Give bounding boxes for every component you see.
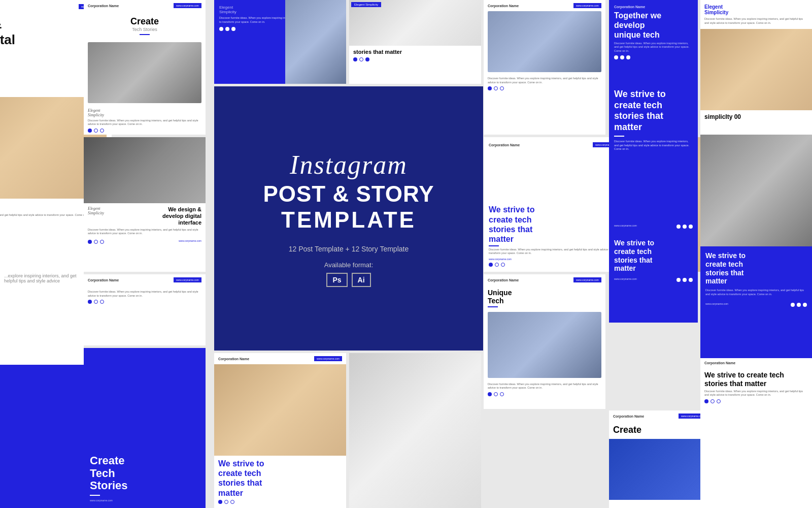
link-l4: www.corpname.com bbox=[90, 499, 199, 502]
desc-rtb: Discover furmite ideas. When you explore… bbox=[614, 42, 693, 53]
social-rb2 bbox=[676, 278, 693, 282]
far-right-top-label: ElegentSimplicity bbox=[704, 4, 808, 15]
corp-name-b1: Corporation Name bbox=[218, 357, 249, 361]
s-rb1-1 bbox=[676, 225, 681, 229]
frt-title: simplicIty 00 bbox=[704, 113, 808, 120]
social-rtb bbox=[614, 55, 693, 59]
card-b1-title: We strive tocreate techstories thatmatte… bbox=[218, 459, 342, 498]
format-ai-badge: Ai bbox=[352, 273, 371, 287]
desc-l2: Discover furmite ideas. When you explore… bbox=[88, 228, 201, 236]
card-fr2-image bbox=[700, 135, 812, 246]
card-r2-image bbox=[488, 312, 601, 378]
card-partial-bottom-left: ...explore inspiring interiors, and get … bbox=[0, 269, 84, 508]
s-fr4-3 bbox=[717, 399, 721, 403]
divider-rm1 bbox=[489, 245, 499, 246]
card-top2-title: stories that matter bbox=[353, 49, 477, 55]
card-left-col-4: CreateTechStories www.corpname.com bbox=[84, 348, 206, 508]
social-l3 bbox=[88, 300, 201, 304]
desc-fr4: Discover furmite ideas. When you explore… bbox=[704, 390, 808, 397]
card-far-right-2: We strive tocreate techstories thatmatte… bbox=[700, 135, 812, 358]
desc-fr2: Discover furmite ideas. When you explore… bbox=[705, 289, 807, 296]
card-fr2-title: We strive tocreate techstories thatmatte… bbox=[705, 251, 807, 285]
website-r2: www.corpname.com bbox=[573, 277, 601, 282]
s-b1-2 bbox=[224, 500, 228, 504]
corp-name-rm1: Corporation Name bbox=[489, 143, 520, 147]
s-top2-1 bbox=[353, 57, 357, 61]
s-b1-3 bbox=[230, 500, 234, 504]
corp-name-fr3: Corporation Name bbox=[613, 415, 644, 418]
s-rb1-3 bbox=[689, 225, 693, 229]
card-far-right-4: Corporation Name We strive to create tec… bbox=[700, 358, 812, 508]
card-right-blue-2: We strive tocreate techstories thatmatte… bbox=[609, 234, 698, 323]
divider-l1 bbox=[140, 34, 150, 35]
social-top2 bbox=[353, 57, 477, 61]
desc-rm1: Discover furmite ideas. When you explore… bbox=[489, 248, 621, 256]
center-panel: Instagram POST & STORY TEMPLATE 12 Post … bbox=[214, 86, 483, 351]
social-rt1 bbox=[488, 86, 601, 90]
card-left-col-3: Corporation Name www.corpname.com Discov… bbox=[84, 274, 206, 345]
s-rb2-2 bbox=[683, 278, 687, 282]
social-rm1 bbox=[489, 263, 621, 267]
card-bottom-2 bbox=[349, 353, 481, 508]
card-right-blue-1: We strive tocreate techstories thatmatte… bbox=[609, 84, 698, 234]
format-label: Available format: bbox=[324, 261, 374, 269]
divider-rb1 bbox=[614, 136, 624, 137]
corp-name-fr4: Corporation Name bbox=[704, 361, 735, 365]
s-fr2-2 bbox=[797, 303, 801, 307]
card-far-right-top: ElegentSimplicity Discover furmite ideas… bbox=[700, 0, 812, 135]
link-rb2: www.corpname.com bbox=[614, 277, 637, 280]
card-l2-image bbox=[84, 137, 206, 203]
partial-bl-text: ...explore inspiring interiors, and get … bbox=[4, 273, 80, 283]
card-far-right-3: Corporation Name www.corpname.com Create bbox=[609, 410, 710, 508]
card-b1-image bbox=[214, 364, 346, 456]
divider-l4 bbox=[90, 495, 100, 496]
s-fr4-2 bbox=[710, 399, 715, 403]
s-fr2-3 bbox=[803, 303, 807, 307]
card-frt-image bbox=[700, 29, 812, 110]
social-r2 bbox=[488, 392, 601, 396]
s-b1-1 bbox=[218, 500, 222, 504]
card-fr3-image bbox=[609, 439, 710, 500]
card-rm1-title: We strive tocreate techstories thatmatte… bbox=[489, 205, 621, 244]
card-l1-image bbox=[88, 42, 201, 103]
social-ig-l1 bbox=[88, 129, 92, 133]
social-b1 bbox=[218, 500, 342, 504]
s-rm1-3 bbox=[501, 263, 505, 267]
format-badges: Ps Ai bbox=[326, 273, 370, 287]
s-rb2-1 bbox=[676, 278, 681, 282]
corp-name-rt1: Corporation Name bbox=[488, 4, 519, 8]
main-canvas: Corporation Name www.corpname.com We des… bbox=[0, 0, 812, 508]
s-fr4-1 bbox=[704, 399, 708, 403]
social-fb-l2 bbox=[94, 240, 98, 244]
card-top2-image: Elegent Simplicity bbox=[349, 0, 481, 46]
card-left-col-2: ElegentSimplicity We design &develop dig… bbox=[84, 137, 206, 272]
s-rt1-2 bbox=[494, 86, 498, 90]
social-rb1 bbox=[676, 225, 693, 229]
social-ig-l2 bbox=[88, 240, 92, 244]
elegent-l2: ElegentSimplicity bbox=[88, 206, 104, 215]
link-rm1: www.corpname.com bbox=[489, 258, 621, 261]
card-rtb-title: Together wedevelopunique tech bbox=[614, 11, 693, 40]
s-r2-1 bbox=[488, 392, 492, 396]
social-l2 bbox=[88, 240, 104, 244]
card-b2-image bbox=[349, 353, 481, 508]
s-r2-3 bbox=[500, 392, 504, 396]
website-l3: www.corpname.com bbox=[174, 277, 201, 282]
s-rt1-1 bbox=[488, 86, 492, 90]
corp-name-rtb: Corporation Name bbox=[614, 5, 693, 9]
s-rtb-1 bbox=[614, 55, 618, 59]
s3 bbox=[231, 27, 235, 31]
card-top-image bbox=[285, 0, 346, 84]
card-fr3-title: Create bbox=[613, 425, 706, 436]
social-l1 bbox=[88, 129, 201, 133]
card-l4-title: CreateTechStories bbox=[90, 455, 199, 492]
card-left-col-1: Corporation Name www.corpname.com Create… bbox=[84, 0, 206, 135]
divider-r2 bbox=[488, 306, 498, 307]
social-tw-l2 bbox=[100, 240, 104, 244]
link-rb1: www.corpname.com bbox=[614, 224, 637, 227]
post-story-text: POST & STORY bbox=[263, 182, 434, 206]
corp-name-l3: Corporation Name bbox=[88, 278, 119, 282]
card-top2-badge: Elegent Simplicity bbox=[351, 2, 381, 7]
s-rtb-2 bbox=[620, 55, 624, 59]
card-bottom-1: Corporation Name www.corpname.com We str… bbox=[214, 353, 346, 508]
